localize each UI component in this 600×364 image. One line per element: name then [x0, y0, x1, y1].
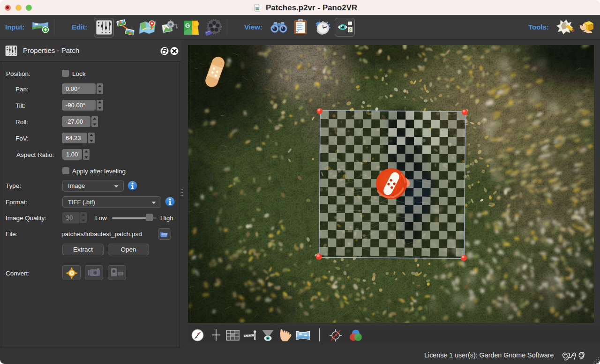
- svg-text:G: G: [185, 22, 190, 29]
